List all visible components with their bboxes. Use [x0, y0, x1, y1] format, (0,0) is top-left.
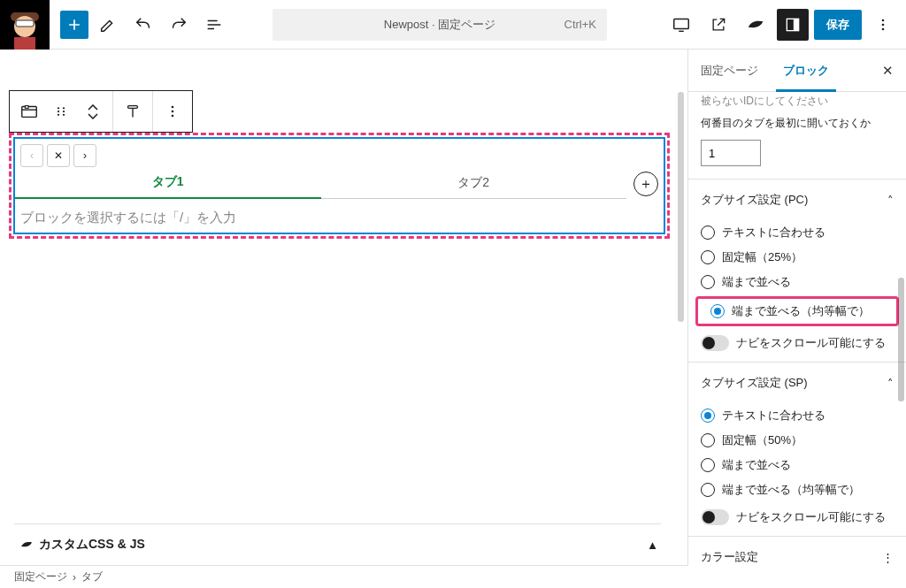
site-avatar[interactable] — [0, 0, 50, 50]
sidebar-tab-block[interactable]: ブロック — [771, 50, 841, 91]
svg-point-16 — [58, 114, 59, 116]
svg-rect-13 — [25, 106, 28, 109]
redo-button[interactable] — [163, 9, 195, 41]
document-title-text: Newpost · 固定ページ — [384, 17, 495, 33]
settings-sidebar: 固定ページ ブロック ✕ 被らないIDにしてください 何番目のタブを最初に開いて… — [688, 50, 906, 565]
svg-point-17 — [63, 107, 65, 109]
section-pc-title: タブサイズ設定 (PC) — [701, 192, 808, 208]
block-drag-icon[interactable] — [45, 91, 77, 132]
section-pc-header[interactable]: タブサイズ設定 (PC) ˄ — [688, 179, 906, 220]
section-color-title: カラー設定 — [701, 549, 758, 565]
sidebar-scrollbar[interactable] — [898, 278, 904, 401]
block-toolbar — [9, 90, 193, 133]
svg-point-9 — [882, 19, 885, 21]
tab-prev-button[interactable]: ‹ — [20, 144, 43, 167]
svg-point-23 — [172, 115, 174, 118]
sidebar-tab-page[interactable]: 固定ページ — [688, 50, 771, 91]
initial-open-label: 何番目のタブを最初に開いておくか — [688, 114, 906, 136]
custom-css-label: カスタムCSS & JS — [39, 537, 145, 553]
breadcrumb-item[interactable]: タブ — [81, 569, 103, 584]
id-hint: 被らないIDにしてください — [688, 92, 906, 114]
add-tab-button[interactable]: ＋ — [633, 172, 658, 196]
sp-option-0[interactable]: テキストに合わせる — [688, 403, 906, 428]
chevron-up-icon: ˄ — [887, 194, 894, 207]
svg-point-14 — [58, 107, 59, 109]
svg-rect-6 — [674, 19, 689, 28]
tab-2[interactable]: タブ2 — [321, 170, 627, 199]
svg-point-18 — [63, 111, 65, 112]
breadcrumb: 固定ページ › タブ — [0, 565, 688, 588]
edit-icon[interactable] — [92, 9, 124, 41]
view-desktop-icon[interactable] — [665, 9, 697, 41]
svg-rect-8 — [794, 19, 799, 30]
block-placeholder[interactable]: ブロックを選択するには「/」を入力 — [15, 199, 664, 237]
toolbar-left — [50, 9, 230, 41]
block-type-icon[interactable] — [13, 91, 45, 132]
pc-scroll-toggle[interactable]: ナビをスクロール可能にする — [688, 328, 906, 362]
shortcut-hint: Ctrl+K — [564, 18, 596, 31]
block-move-icon[interactable] — [77, 91, 109, 132]
highlighted-option: 端まで並べる（均等幅で） — [695, 296, 899, 326]
editor-canvas[interactable]: ‹ ✕ › タブ1 タブ2 ＋ ブロックを選択するには「/」を入力 カスタムCS… — [0, 50, 688, 565]
settings-panel-button[interactable] — [777, 9, 809, 41]
initial-open-input[interactable] — [701, 140, 761, 166]
custom-css-panel[interactable]: カスタムCSS & JS ▴ — [14, 523, 661, 565]
sp-option-2[interactable]: 端まで並べる — [688, 453, 906, 477]
tab-1[interactable]: タブ1 — [15, 169, 321, 199]
svg-rect-3 — [16, 20, 34, 27]
svg-rect-20 — [128, 106, 138, 109]
sp-scroll-toggle[interactable]: ナビをスクロール可能にする — [688, 502, 906, 536]
block-style-icon[interactable] — [117, 91, 149, 132]
sidebar-tabs: 固定ページ ブロック ✕ — [688, 50, 906, 92]
sp-option-3[interactable]: 端まで並べる（均等幅で） — [688, 477, 906, 502]
swell-icon[interactable] — [740, 9, 772, 41]
svg-point-11 — [882, 27, 885, 30]
svg-point-22 — [172, 111, 174, 113]
external-link-icon[interactable] — [703, 9, 734, 41]
editor-scrollbar[interactable] — [678, 92, 684, 322]
more-icon: ⋮ — [882, 551, 894, 564]
svg-point-19 — [63, 114, 65, 116]
sp-option-1[interactable]: 固定幅（50%） — [688, 428, 906, 453]
svg-rect-12 — [22, 107, 37, 118]
more-options-icon[interactable] — [867, 9, 899, 41]
tab-next-button[interactable]: › — [73, 144, 96, 167]
svg-point-15 — [58, 111, 59, 112]
pc-option-3[interactable]: 端まで並べる（均等幅で） — [698, 299, 896, 324]
section-sp-header[interactable]: タブサイズ設定 (SP) ˄ — [688, 362, 906, 403]
list-view-button[interactable] — [198, 9, 230, 41]
undo-button[interactable] — [127, 9, 159, 41]
save-button-label: 保存 — [826, 17, 849, 33]
svg-point-21 — [172, 106, 174, 109]
chevron-up-icon: ˄ — [887, 377, 894, 390]
panel-collapse-icon: ▴ — [649, 538, 656, 552]
svg-rect-5 — [14, 37, 35, 50]
sidebar-close-icon[interactable]: ✕ — [870, 63, 906, 79]
section-sp-title: タブサイズ設定 (SP) — [701, 375, 808, 391]
topbar: Newpost · 固定ページ Ctrl+K 保存 — [0, 0, 906, 50]
tabs-row: タブ1 タブ2 ＋ — [15, 169, 664, 199]
section-color-header[interactable]: カラー設定 ⋮ — [688, 536, 906, 565]
save-button[interactable]: 保存 — [814, 10, 862, 40]
document-title[interactable]: Newpost · 固定ページ Ctrl+K — [273, 9, 607, 41]
tab-close-button[interactable]: ✕ — [47, 144, 70, 167]
toolbar-center: Newpost · 固定ページ Ctrl+K — [230, 9, 665, 41]
pc-option-0[interactable]: テキストに合わせる — [688, 220, 906, 245]
block-more-icon[interactable] — [157, 91, 188, 132]
swell-small-icon — [19, 538, 34, 552]
add-block-button[interactable] — [60, 11, 88, 39]
svg-point-10 — [882, 23, 885, 26]
pc-option-1[interactable]: 固定幅（25%） — [688, 245, 906, 270]
pc-option-2[interactable]: 端まで並べる — [688, 270, 906, 294]
selected-block-outline: ‹ ✕ › タブ1 タブ2 ＋ ブロックを選択するには「/」を入力 — [9, 133, 670, 239]
toolbar-right: 保存 — [665, 9, 906, 41]
breadcrumb-item[interactable]: 固定ページ — [14, 569, 67, 584]
